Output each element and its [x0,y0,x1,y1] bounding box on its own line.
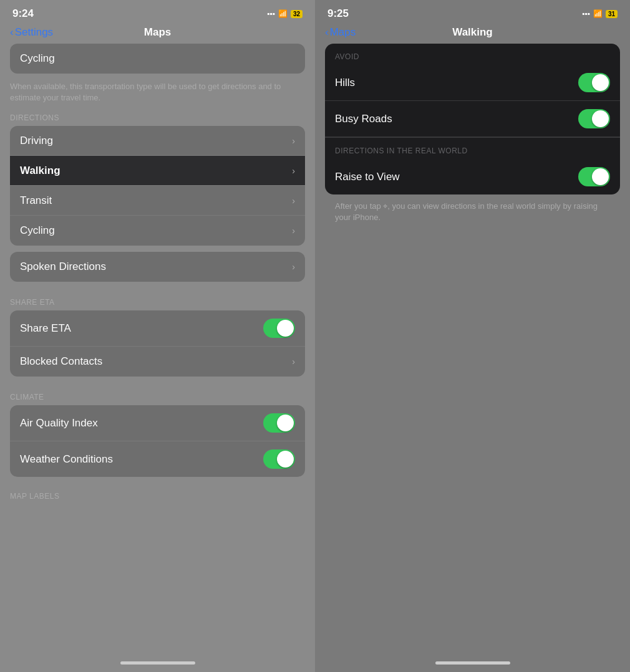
weather-conditions-toggle[interactable] [263,449,295,469]
spoken-directions-group: Spoken Directions › [10,252,305,282]
right-chevron-left-icon: ‹ [325,26,329,39]
signal-icon: ▪▪▪ [267,9,275,18]
right-back-button[interactable]: ‹ Maps [325,26,356,39]
blocked-contacts-label: Blocked Contacts [20,355,102,368]
top-cycling-group: Cycling [10,44,305,74]
raise-to-view-label: Raise to View [335,171,400,183]
left-battery: 32 [291,10,303,18]
left-status-icons: ▪▪▪ 📶 32 [267,9,303,18]
spoken-directions-chevron: › [292,262,295,272]
left-status-bar: 9:24 ▪▪▪ 📶 32 [0,0,315,24]
blocked-contacts-chevron: › [292,357,295,367]
driving-label: Driving [20,135,53,147]
right-home-indicator [315,656,630,672]
right-phone-panel: 9:25 ▪▪▪ 📶 31 ‹ Maps Walking Avoid Hills… [315,0,630,672]
busy-roads-label: Busy Roads [335,113,392,125]
raise-to-view-toggle[interactable] [578,167,610,186]
right-battery: 31 [606,10,618,18]
left-home-indicator [0,656,315,672]
cycling-helper: When available, this transportation type… [0,77,315,103]
back-label: Settings [15,26,53,39]
air-quality-item[interactable]: Air Quality Index [10,405,305,441]
weather-conditions-toggle-knob [277,451,294,468]
driving-item[interactable]: Driving › [10,126,305,156]
transit-chevron: › [292,196,295,206]
cycling-directions-item[interactable]: Cycling › [10,216,305,246]
top-cycling-label: Cycling [20,52,55,65]
weather-conditions-item[interactable]: Weather Conditions [10,441,305,477]
share-eta-label: Share ETA [20,322,71,335]
climate-section-label: Climate [0,383,315,405]
share-eta-group: Share ETA Blocked Contacts › [10,310,305,377]
right-signal-icon: ▪▪▪ [582,9,590,18]
right-nav-title: Walking [452,26,493,39]
directions-group: Driving › Walking › Transit › Cycling › [10,126,305,246]
hills-item[interactable]: Hills [325,65,620,101]
walking-label: Walking [20,165,61,177]
wifi-icon: 📶 [278,9,288,18]
right-time: 9:25 [327,7,349,20]
left-phone-panel: 9:24 ▪▪▪ 📶 32 ‹ Settings Maps Cycling Wh… [0,0,315,672]
hills-label: Hills [335,77,355,89]
spoken-directions-label: Spoken Directions [20,261,106,273]
right-back-label: Maps [330,26,356,39]
cycling-directions-label: Cycling [20,224,55,237]
left-nav-title: Maps [144,26,171,39]
blocked-contacts-item[interactable]: Blocked Contacts › [10,347,305,377]
directions-section-label: Directions [0,103,315,126]
directions-real-world-label: Directions in the Real World [325,137,620,159]
transit-item[interactable]: Transit › [10,186,305,216]
share-eta-item[interactable]: Share ETA [10,310,305,347]
right-home-bar [435,661,510,665]
busy-roads-toggle[interactable] [578,109,610,128]
busy-roads-toggle-knob [592,110,609,127]
air-quality-toggle[interactable] [263,413,295,433]
spoken-directions-item[interactable]: Spoken Directions › [10,252,305,282]
avoid-section-label: Avoid [325,44,620,65]
transit-label: Transit [20,194,52,207]
map-labels-section-label: Map Labels [0,483,315,504]
cycling-directions-chevron: › [292,226,295,236]
raise-to-view-helper: After you tap ⌖, you can view directions… [315,194,630,223]
climate-group: Air Quality Index Weather Conditions [10,405,305,477]
weather-conditions-label: Weather Conditions [20,453,113,466]
driving-chevron: › [292,136,295,146]
left-time: 9:24 [12,7,34,20]
left-nav-bar: ‹ Settings Maps [0,24,315,44]
right-wifi-icon: 📶 [593,9,603,18]
left-content: Cycling When available, this transportat… [0,44,315,656]
left-home-bar [120,661,195,665]
hills-toggle-knob [592,74,609,91]
right-status-icons: ▪▪▪ 📶 31 [582,9,618,18]
share-eta-toggle-knob [277,320,294,337]
chevron-left-icon: ‹ [10,26,14,39]
right-nav-bar: ‹ Maps Walking [315,24,630,44]
walking-chevron: › [292,166,295,176]
air-quality-toggle-knob [277,415,294,431]
hills-toggle[interactable] [578,73,610,92]
right-status-bar: 9:25 ▪▪▪ 📶 31 [315,0,630,24]
walking-item[interactable]: Walking › [10,156,305,186]
walking-dark-card: Avoid Hills Busy Roads Directions in the… [325,44,620,194]
left-back-button[interactable]: ‹ Settings [10,26,53,39]
raise-to-view-item[interactable]: Raise to View [325,159,620,194]
raise-to-view-toggle-knob [592,168,609,185]
share-eta-toggle[interactable] [263,319,295,338]
busy-roads-item[interactable]: Busy Roads [325,101,620,137]
air-quality-label: Air Quality Index [20,417,98,430]
share-eta-section-label: Share ETA [0,288,315,310]
top-cycling-item[interactable]: Cycling [10,44,305,74]
